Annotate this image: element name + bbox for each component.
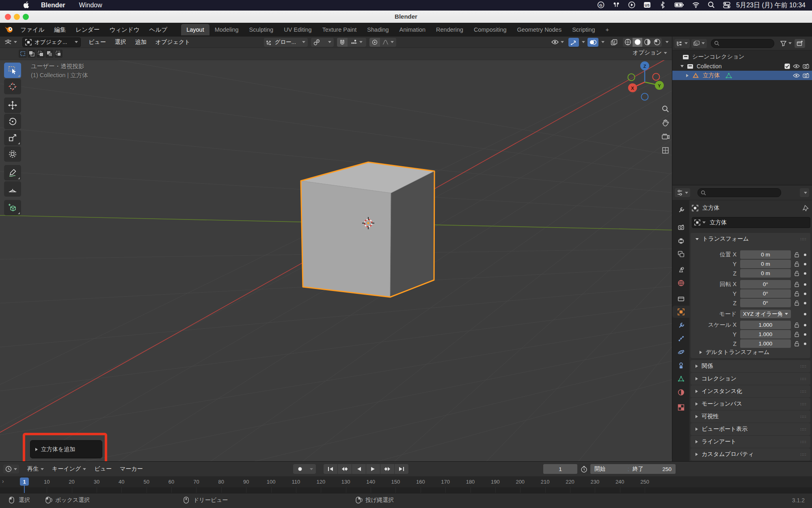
workspace-tab-modeling[interactable]: Modeling (209, 24, 244, 35)
animate-dot[interactable] (804, 343, 806, 345)
outliner-search-input[interactable] (711, 39, 774, 48)
lock-button[interactable] (794, 252, 800, 259)
tool-rotate[interactable] (4, 114, 21, 129)
workspace-tab-sculpting[interactable]: Sculpting (244, 24, 279, 35)
transform-panel-header[interactable]: トランスフォーム ∷∷ (691, 233, 810, 245)
properties-tab-data[interactable] (672, 373, 689, 385)
options-dropdown[interactable]: オプション (633, 49, 667, 56)
gizmo-y-neg-axis[interactable] (628, 74, 635, 81)
topbar-menu-4[interactable]: ヘルプ (145, 24, 173, 35)
render-visibility-icon[interactable] (803, 73, 809, 78)
lock-open-icon[interactable] (794, 291, 800, 297)
lock-open-icon[interactable] (794, 331, 800, 337)
g-app-icon[interactable]: G (597, 1, 605, 10)
overlays-toggle[interactable] (587, 38, 598, 47)
transform-value-field[interactable]: 1.000 (740, 321, 791, 329)
timeline-menu-1[interactable]: キーイング (48, 464, 90, 474)
proportional-edit-toggle[interactable] (369, 38, 380, 47)
shading-rendered-button[interactable] (652, 38, 662, 47)
spotlight-icon[interactable] (708, 1, 715, 10)
outliner-filter-button[interactable] (778, 39, 794, 48)
lock-button[interactable] (794, 261, 800, 268)
transform-value-field[interactable]: 0 m (740, 260, 791, 268)
mode-dropdown[interactable]: オブジェク... (22, 37, 81, 47)
lock-open-icon[interactable] (794, 261, 800, 267)
panel-drag-handle[interactable]: ∷∷ (800, 427, 806, 432)
expand-icon[interactable] (686, 74, 689, 77)
pivot-point-dropdown[interactable] (311, 38, 334, 47)
shading-solid-button[interactable] (633, 38, 642, 47)
topbar-menu-1[interactable]: 編集 (49, 24, 71, 35)
macos-window-menu[interactable]: Window (79, 2, 102, 9)
gizmo-x-neg-axis[interactable] (653, 74, 660, 80)
playhead[interactable] (24, 484, 25, 493)
transform-value-field[interactable]: 1.000 (740, 339, 791, 348)
tool-measure[interactable] (4, 181, 21, 197)
wifi-icon[interactable] (692, 1, 700, 10)
shading-material-button[interactable] (642, 38, 652, 47)
auto-key-button[interactable] (293, 464, 307, 474)
tool-select-box[interactable] (4, 63, 21, 78)
panel-6[interactable]: ラインアート∷∷ (691, 436, 810, 448)
jump-to-end-button[interactable] (395, 464, 408, 474)
lock-button[interactable] (794, 341, 800, 348)
collapse-icon[interactable] (680, 65, 684, 67)
gizmos-chevron-button[interactable] (579, 38, 586, 47)
panel-drag-handle[interactable]: ∷∷ (800, 452, 806, 457)
panel-drag-handle[interactable]: ∷∷ (800, 389, 806, 394)
collapse-arrow[interactable]: › (2, 478, 4, 484)
properties-filter-button[interactable] (800, 188, 809, 197)
transform-value-field[interactable]: 0 m (740, 269, 791, 278)
tool-cursor[interactable] (4, 79, 21, 94)
timeline-ruler[interactable]: › 1 102030405060708090100110120130140150… (0, 476, 812, 487)
animate-dot[interactable] (804, 324, 806, 326)
operator-panel[interactable]: 立方体を追加 (30, 440, 102, 458)
timeline-track[interactable] (0, 487, 812, 493)
default-cube[interactable] (301, 162, 434, 297)
workspace-tab-geometry-nodes[interactable]: Geometry Nodes (512, 24, 567, 35)
animate-dot[interactable] (804, 333, 806, 336)
timeline-menu-3[interactable]: マーカー (116, 464, 147, 474)
stopwatch-icon[interactable] (581, 466, 587, 473)
animate-dot[interactable] (804, 254, 806, 256)
panel-2[interactable]: インスタンス化∷∷ (691, 385, 810, 397)
panel-drag-handle[interactable]: ∷∷ (800, 402, 806, 406)
lock-open-icon[interactable] (794, 322, 800, 328)
timeline-editor-type-button[interactable] (3, 465, 19, 473)
zoom-window-button[interactable] (23, 14, 29, 20)
panel-3[interactable]: モーションパス∷∷ (691, 398, 810, 410)
select-mode-invert[interactable] (45, 50, 54, 58)
tool-transform[interactable] (4, 146, 21, 162)
tool-move[interactable] (4, 98, 21, 113)
transform-value-field[interactable]: 0 m (740, 250, 791, 259)
panel-7[interactable]: カスタムプロパティ∷∷ (691, 448, 810, 460)
shading-chevron-button[interactable] (662, 38, 670, 47)
properties-tab-material[interactable] (672, 386, 689, 398)
properties-tab-world[interactable] (672, 277, 689, 289)
animate-dot[interactable] (804, 272, 806, 275)
tool-add-cube[interactable] (4, 200, 21, 215)
outliner-row-cube[interactable]: 立方体 (672, 71, 812, 80)
properties-tab-collection[interactable] (672, 292, 689, 304)
lock-open-icon[interactable] (794, 270, 800, 276)
animate-dot[interactable] (804, 313, 806, 315)
properties-tab-tool[interactable] (672, 204, 689, 216)
snap-toggle-button[interactable] (337, 38, 348, 47)
editor-type-button[interactable] (2, 38, 19, 47)
gizmos-toggle[interactable] (568, 38, 579, 47)
animate-dot[interactable] (804, 302, 806, 304)
hide-eye-icon[interactable] (793, 73, 800, 78)
select-mode-extend[interactable] (28, 50, 36, 58)
properties-tab-particles[interactable] (672, 332, 689, 345)
workspace-tab-texture-paint[interactable]: Texture Paint (317, 24, 362, 35)
animate-dot[interactable] (804, 293, 806, 295)
transform-value-field[interactable]: 0° (740, 280, 791, 289)
lock-button[interactable] (794, 331, 800, 339)
lock-open-icon[interactable] (794, 341, 800, 347)
transform-orientation-dropdown[interactable]: グロー... (264, 38, 308, 47)
viewport-menu-1[interactable]: 選択 (110, 37, 131, 47)
lock-open-icon[interactable] (794, 281, 800, 287)
current-frame-field[interactable]: 1 (543, 464, 577, 474)
overlays-chevron-button[interactable] (598, 38, 605, 47)
viewport-menu-2[interactable]: 追加 (131, 37, 151, 47)
